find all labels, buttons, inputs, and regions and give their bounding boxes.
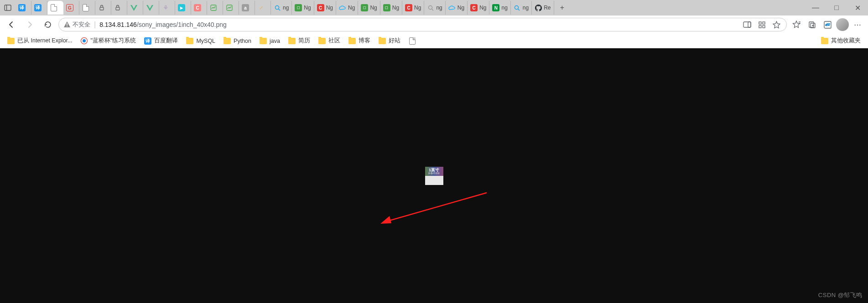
refresh-button[interactable] — [40, 17, 56, 32]
svg-line-7 — [278, 9, 280, 10]
folder-icon — [260, 38, 267, 44]
tab[interactable] — [127, 1, 143, 15]
tab[interactable] — [95, 1, 111, 15]
translate-icon: 译 — [144, 37, 151, 45]
tab[interactable]: Nng — [489, 1, 510, 15]
forward-button[interactable] — [22, 17, 37, 32]
collections-icon[interactable] — [805, 18, 819, 31]
svg-marker-31 — [380, 216, 391, 224]
tab[interactable]: Re — [532, 1, 554, 15]
tab[interactable] — [111, 1, 127, 15]
tab[interactable]: CNg — [468, 1, 489, 15]
back-button[interactable] — [4, 17, 19, 32]
svg-rect-14 — [743, 22, 751, 27]
bookmark-folder[interactable]: java — [256, 36, 284, 46]
vue-icon — [130, 4, 137, 11]
star-icon[interactable] — [771, 19, 782, 30]
svg-line-30 — [386, 193, 487, 221]
reader-icon[interactable] — [742, 19, 753, 30]
svg-rect-12 — [67, 23, 68, 26]
bookmark-translate[interactable]: 译百度翻译 — [140, 35, 182, 46]
close-button[interactable]: ✕ — [847, 0, 868, 15]
tab[interactable]: ▶ — [175, 1, 191, 15]
tab[interactable]: ⟋ — [255, 1, 271, 15]
svg-line-9 — [431, 9, 433, 10]
paw-icon: ⚘ — [162, 4, 169, 11]
tab-active[interactable] — [47, 1, 63, 15]
tab[interactable]: 译 — [16, 1, 31, 15]
tab[interactable] — [207, 1, 223, 15]
profile-avatar[interactable] — [836, 18, 849, 31]
svg-point-6 — [275, 5, 279, 9]
warning-icon — [63, 21, 71, 28]
page-icon — [409, 37, 416, 45]
search-icon — [514, 4, 521, 11]
cloud-icon — [339, 4, 346, 11]
lock-icon — [114, 4, 121, 11]
tab[interactable]: CNg — [402, 1, 424, 15]
bookmark-lanqiao[interactable]: "蓝桥杯"练习系统 — [77, 35, 140, 46]
svg-rect-2 — [100, 7, 104, 10]
search-icon — [274, 4, 281, 11]
tab[interactable]: ⬚Ng — [292, 1, 314, 15]
separator: | — [94, 21, 96, 29]
app-menu-button[interactable]: ⋯ — [851, 18, 864, 31]
bookmark-folder[interactable]: 已从 Internet Explor... — [4, 35, 76, 46]
wave-icon: ⟋ — [258, 4, 265, 11]
svg-point-10 — [515, 5, 519, 9]
svg-rect-16 — [759, 22, 761, 24]
svg-point-29 — [83, 39, 86, 42]
favorites-icon[interactable] — [790, 18, 803, 31]
tab[interactable]: ⬚Ng — [380, 1, 402, 15]
annotation-arrow — [379, 190, 489, 227]
vue-icon — [146, 4, 153, 11]
window-controls: — □ ✕ — [805, 0, 868, 15]
tab[interactable]: Ng — [446, 1, 468, 15]
watermark: CSDN @邹飞鸣 — [818, 291, 863, 299]
tab[interactable] — [223, 1, 239, 15]
bookmark-folder[interactable]: 简历 — [285, 35, 314, 46]
lanqiao-icon — [81, 37, 88, 45]
folder-icon — [288, 38, 296, 44]
folder-icon — [223, 38, 231, 44]
tab[interactable]: ⬚Ng — [358, 1, 380, 15]
other-bookmarks[interactable]: 其他收藏夹 — [817, 35, 864, 46]
tab[interactable]: ng — [511, 1, 532, 15]
tab-panel-icon[interactable] — [2, 2, 14, 14]
page-icon — [83, 4, 89, 11]
tab[interactable]: a — [239, 1, 255, 15]
tab-strip: 译 译 G ⚘ ▶ C a ⟋ ng ⬚Ng CNg Ng ⬚Ng ⬚Ng CN… — [0, 0, 868, 15]
tab[interactable]: ng — [424, 1, 445, 15]
address-bar[interactable]: 不安全 | 8.134.81.146/sony_images/1inch_40x… — [58, 18, 787, 31]
ie-mode-icon[interactable] — [821, 18, 834, 31]
bookmark-folder[interactable]: 好站 — [375, 35, 404, 46]
bookmark-folder[interactable]: 社区 — [315, 35, 344, 46]
tab[interactable]: ng — [271, 1, 292, 15]
svg-rect-18 — [759, 26, 761, 28]
minimize-button[interactable]: — — [805, 0, 826, 15]
tab[interactable]: Ng — [336, 1, 358, 15]
bookmark-folder[interactable]: MySQL — [182, 36, 219, 46]
tab[interactable] — [79, 1, 95, 15]
svg-rect-19 — [763, 26, 765, 28]
folder-icon — [7, 38, 15, 44]
tab[interactable]: 译 — [31, 1, 47, 15]
lock-icon — [98, 4, 105, 11]
maximize-button[interactable]: □ — [826, 0, 847, 15]
grid-icon[interactable] — [756, 19, 767, 30]
tab[interactable]: C — [191, 1, 207, 15]
tab[interactable] — [143, 1, 159, 15]
chart-icon — [226, 4, 233, 11]
image-text-2: 影像传感器 — [428, 172, 440, 175]
new-tab-button[interactable]: + — [556, 1, 569, 14]
svg-point-8 — [428, 5, 432, 9]
bookmark-folder[interactable]: Python — [220, 36, 255, 46]
tab[interactable]: CNg — [314, 1, 336, 15]
bookmark-folder[interactable]: 博客 — [345, 35, 374, 46]
svg-rect-15 — [748, 22, 751, 27]
tab[interactable]: ⚘ — [159, 1, 175, 15]
security-indicator[interactable]: 不安全 — [63, 21, 90, 29]
svg-rect-3 — [116, 7, 120, 10]
bookmark-page[interactable] — [405, 36, 420, 46]
tab[interactable]: G — [63, 1, 79, 15]
